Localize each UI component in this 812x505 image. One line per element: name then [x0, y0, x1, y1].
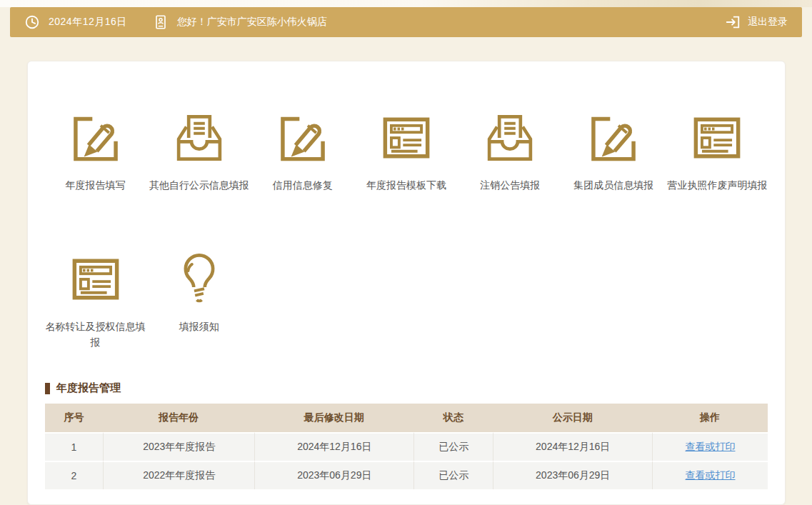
col-last-modified: 最后修改日期 — [254, 404, 413, 432]
col-publish-date: 公示日期 — [493, 404, 652, 432]
feature-label: 年度报告填写 — [44, 177, 147, 193]
view-or-print-link[interactable]: 查看或打印 — [686, 441, 736, 452]
logout-label: 退出登录 — [748, 16, 788, 29]
logout-icon — [725, 14, 741, 30]
feature-annual-report-fill[interactable]: 年度报告填写 — [44, 110, 147, 193]
annual-report-table: 序号 报告年份 最后修改日期 状态 公示日期 操作 1 2023年年度报告 20… — [45, 404, 768, 489]
cell-report-year: 2022年年度报告 — [103, 461, 255, 489]
feature-grid: 年度报告填写 其他自行公示信息填报 信用信息修复 年度报告模板下载 注销公告填报… — [28, 61, 785, 350]
topbar: 2024年12月16日 您好！广安市广安区陈小伟火锅店 退出登录 — [10, 7, 802, 37]
cell-publish-date: 2023年06月29日 — [493, 461, 652, 489]
cell-seq: 2 — [45, 461, 103, 489]
feature-deregistration-announcement-fill[interactable]: 注销公告填报 — [458, 110, 562, 193]
section-title-row: 年度报告管理 — [45, 381, 768, 395]
feature-label: 年度报告模板下载 — [354, 177, 458, 193]
edit-pencil-icon — [68, 110, 124, 166]
user-greeting: 您好！广安市广安区陈小伟火锅店 — [177, 16, 327, 29]
col-report-year: 报告年份 — [103, 404, 255, 432]
cell-seq: 1 — [45, 432, 103, 461]
cell-last-modified: 2024年12月16日 — [254, 432, 413, 461]
id-badge-icon — [153, 14, 169, 30]
feature-other-self-disclosure-fill[interactable]: 其他自行公示信息填报 — [147, 110, 251, 193]
inbox-document-icon — [171, 110, 227, 166]
section-bullet — [45, 383, 50, 394]
cell-actions: 查看或打印 — [652, 461, 768, 489]
lightbulb-icon — [171, 251, 227, 307]
current-date: 2024年12月16日 — [49, 16, 127, 29]
page: 2024年12月16日 您好！广安市广安区陈小伟火锅店 退出登录 年度报告填写 … — [0, 0, 812, 505]
col-actions: 操作 — [652, 404, 768, 432]
table-row: 2 2022年年度报告 2023年06月29日 已公示 2023年06月29日 … — [45, 461, 768, 489]
browser-template-icon — [379, 110, 434, 166]
cell-publish-date: 2024年12月16日 — [493, 432, 652, 461]
feature-label: 信用信息修复 — [251, 177, 354, 193]
logout-button[interactable]: 退出登录 — [725, 14, 788, 30]
table-header-row: 序号 报告年份 最后修改日期 状态 公示日期 操作 — [45, 404, 768, 432]
cell-report-year: 2023年年度报告 — [103, 432, 255, 461]
feature-credit-info-repair[interactable]: 信用信息修复 — [251, 110, 354, 193]
cell-actions: 查看或打印 — [652, 432, 768, 461]
table-row: 1 2023年年度报告 2024年12月16日 已公示 2024年12月16日 … — [45, 432, 768, 461]
cell-last-modified: 2023年06月29日 — [254, 461, 413, 489]
cell-status: 已公示 — [413, 461, 493, 489]
edit-pencil-icon — [586, 110, 641, 166]
feature-annual-report-template-download[interactable]: 年度报告模板下载 — [354, 110, 458, 193]
browser-template-icon — [68, 251, 124, 307]
main-card: 年度报告填写 其他自行公示信息填报 信用信息修复 年度报告模板下载 注销公告填报… — [27, 61, 786, 505]
edit-pencil-icon — [275, 110, 331, 166]
feature-label: 营业执照作废声明填报 — [666, 177, 769, 193]
feature-label: 名称转让及授权信息填报 — [44, 319, 147, 350]
col-status: 状态 — [413, 404, 493, 432]
feature-name-transfer-authorization-fill[interactable]: 名称转让及授权信息填报 — [44, 251, 147, 350]
feature-label: 填报须知 — [147, 319, 251, 334]
feature-label: 其他自行公示信息填报 — [147, 177, 251, 193]
inbox-document-icon — [482, 110, 538, 166]
cell-status: 已公示 — [413, 432, 493, 461]
clock-icon — [24, 14, 40, 30]
feature-group-member-info-fill[interactable]: 集团成员信息填报 — [562, 110, 666, 193]
topbar-left: 2024年12月16日 您好！广安市广安区陈小伟火锅店 — [24, 14, 327, 30]
browser-template-icon — [689, 110, 745, 166]
feature-filling-instructions[interactable]: 填报须知 — [147, 251, 251, 350]
feature-label: 集团成员信息填报 — [562, 177, 666, 193]
col-seq: 序号 — [45, 404, 103, 432]
annual-report-section: 年度报告管理 序号 报告年份 最后修改日期 状态 公示日期 操作 — [45, 381, 768, 489]
page-header-strip — [0, 0, 812, 7]
section-title: 年度报告管理 — [56, 381, 121, 395]
feature-license-invalidation-declaration-fill[interactable]: 营业执照作废声明填报 — [666, 110, 769, 193]
feature-label: 注销公告填报 — [458, 177, 562, 193]
view-or-print-link[interactable]: 查看或打印 — [686, 469, 736, 481]
